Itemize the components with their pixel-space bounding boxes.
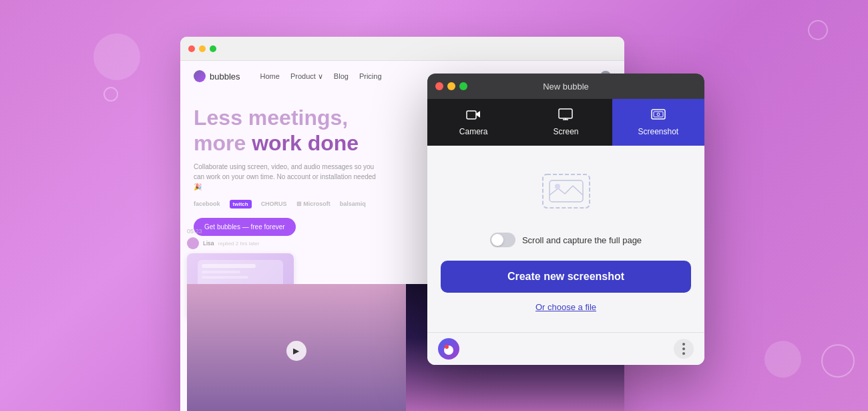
svg-marker-1	[476, 111, 480, 118]
screenshot-preview-icon	[539, 171, 593, 215]
browser-topbar	[180, 37, 624, 61]
choose-file-link[interactable]: Or choose a file	[535, 302, 596, 312]
tab-camera[interactable]: Camera	[427, 99, 519, 146]
chat-time: 05:23	[187, 228, 320, 235]
tab-screenshot[interactable]: Screenshot	[612, 99, 704, 146]
tab-screen-label: Screen	[553, 127, 578, 136]
person-video: ▶	[187, 284, 406, 411]
camera-icon	[466, 108, 481, 124]
popup-body: Scroll and capture the full page Create …	[427, 146, 704, 332]
bg-circle-outline-3	[821, 344, 855, 378]
brand-facebook: facebook	[194, 200, 220, 207]
popup-footer	[427, 332, 704, 365]
screen-icon	[558, 108, 573, 124]
brand-microsoft: ⊞ Microsoft	[296, 200, 331, 207]
nav-pricing[interactable]: Pricing	[359, 72, 382, 81]
brand-chorus: CHORUS	[261, 200, 287, 207]
tab-screenshot-label: Screenshot	[638, 127, 678, 136]
svg-point-12	[445, 345, 449, 349]
brand-balsamiq: balsamiq	[340, 200, 366, 207]
svg-rect-0	[467, 111, 476, 119]
toggle-row: Scroll and capture the full page	[441, 233, 691, 247]
popup-titlebar: New bubble	[427, 74, 704, 99]
browser-dot-red	[188, 45, 195, 52]
create-screenshot-button[interactable]: Create new screenshot	[441, 261, 691, 293]
chat-avatar-lisa	[187, 237, 199, 249]
logo-icon	[194, 70, 206, 82]
logo-text: bubbles	[210, 72, 240, 82]
bg-circle-2	[765, 341, 801, 378]
screenshot-icon-area	[539, 166, 593, 219]
brand-twitch: twitch	[230, 200, 252, 209]
nav-links: Home Product ∨ Blog Pricing	[260, 72, 382, 81]
browser-dot-green	[210, 45, 216, 52]
play-button[interactable]: ▶	[286, 341, 306, 361]
scroll-capture-toggle[interactable]	[490, 233, 515, 247]
bg-circle-outline-2	[808, 20, 828, 40]
popup-tabs: Camera Screen Screenshot	[427, 99, 704, 146]
popup-title: New bubble	[543, 82, 589, 92]
svg-rect-2	[559, 109, 572, 118]
chat-user-lisa: Lisa replied 2 hrs later	[187, 237, 320, 249]
svg-point-10	[555, 184, 560, 189]
svg-point-7	[657, 113, 660, 116]
nav-home[interactable]: Home	[260, 72, 280, 81]
bg-circle-outline-1	[103, 87, 118, 102]
tab-screen[interactable]: Screen	[519, 99, 612, 146]
bubbles-logo-footer	[438, 338, 459, 360]
chat-name-lisa: Lisa	[203, 240, 214, 247]
popup-window: New bubble Camera Screen	[427, 74, 704, 365]
popup-window-controls	[435, 82, 467, 90]
website-logo: bubbles	[194, 70, 240, 82]
video-preview-1: ▶	[187, 284, 406, 411]
browser-dot-yellow	[199, 45, 206, 52]
svg-rect-6	[654, 112, 663, 117]
nav-product[interactable]: Product ∨	[290, 72, 323, 81]
more-options-button[interactable]	[674, 339, 694, 359]
popup-maximize-dot[interactable]	[459, 82, 467, 90]
tab-camera-label: Camera	[459, 127, 488, 136]
screenshot-icon	[651, 108, 666, 124]
hero-description: Collaborate using screen, video, and aud…	[194, 162, 381, 192]
bg-circle-1	[93, 33, 140, 80]
popup-minimize-dot[interactable]	[447, 82, 455, 90]
nav-blog[interactable]: Blog	[334, 72, 349, 81]
more-dots-icon	[682, 343, 685, 355]
popup-close-dot[interactable]	[435, 82, 443, 90]
toggle-label: Scroll and capture the full page	[522, 235, 642, 245]
